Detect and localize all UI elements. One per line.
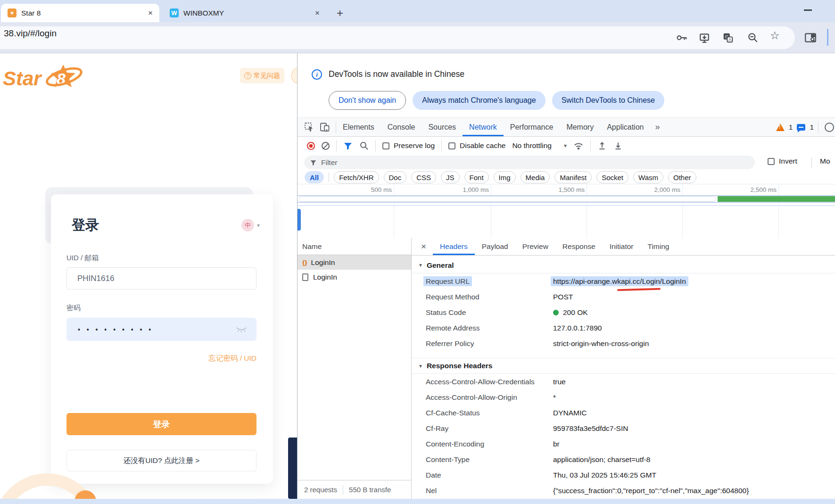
chip-font[interactable]: Font <box>464 171 489 183</box>
bookmark-star-icon[interactable]: ☆ <box>770 29 781 41</box>
switch-to-chinese-button[interactable]: Switch DevTools to Chinese <box>552 91 664 110</box>
install-app-icon[interactable] <box>699 32 710 43</box>
floating-sidebar-widget <box>288 438 297 499</box>
filter-input[interactable]: Filter <box>304 156 755 169</box>
request-row-loginin-2[interactable]: LoginIn <box>298 270 411 284</box>
warning-icon[interactable] <box>776 124 785 131</box>
close-tab-icon[interactable]: × <box>315 8 320 18</box>
tab-response[interactable]: Response <box>555 238 603 255</box>
minimize-window-button[interactable] <box>804 9 812 11</box>
chip-socket[interactable]: Socket <box>596 171 628 183</box>
header-label: Request URL <box>423 276 472 286</box>
devtools-language-banner: i DevTools is now available in Chinese D… <box>298 53 835 118</box>
disable-cache-checkbox[interactable]: Disable cache <box>448 141 505 150</box>
faq-button[interactable]: ? 常见问题 <box>240 68 284 83</box>
request-detail-pane: × Headers Payload Preview Response Initi… <box>412 238 835 499</box>
password-key-icon[interactable] <box>676 32 687 43</box>
invert-checkbox[interactable]: Invert <box>768 157 797 165</box>
login-submit-button[interactable]: 登录 <box>66 413 256 435</box>
network-conditions-icon[interactable] <box>573 141 584 150</box>
close-detail-icon[interactable]: × <box>412 238 433 255</box>
chip-js[interactable]: JS <box>441 171 460 183</box>
close-tab-icon[interactable]: × <box>148 8 153 18</box>
chip-css[interactable]: CSS <box>411 171 436 183</box>
match-language-button[interactable]: Always match Chrome's language <box>413 91 545 110</box>
chip-img[interactable]: Img <box>494 171 516 183</box>
uid-input[interactable] <box>66 267 256 289</box>
detail-tab-strip: × Headers Payload Preview Response Initi… <box>412 238 835 256</box>
tab-timing[interactable]: Timing <box>641 238 677 255</box>
chip-fetch-xhr[interactable]: Fetch/XHR <box>334 171 379 183</box>
translate-icon[interactable]: GA <box>722 32 734 43</box>
url-text[interactable]: 38.vip/#/login <box>4 28 57 39</box>
register-button[interactable]: 还没有UID? 点此注册 > <box>66 450 256 471</box>
tick-label: 1,500 ms <box>528 186 585 193</box>
settings-gear-icon[interactable] <box>825 123 834 132</box>
new-tab-button[interactable]: + <box>337 4 343 22</box>
export-har-icon[interactable] <box>613 141 623 150</box>
chip-manifest[interactable]: Manifest <box>554 171 592 183</box>
tab-network[interactable]: Network <box>463 118 504 136</box>
side-panel-icon[interactable] <box>804 32 816 43</box>
tab-elements[interactable]: Elements <box>336 118 381 136</box>
tab-headers[interactable]: Headers <box>433 238 475 255</box>
status-ok-dot-icon <box>553 310 559 315</box>
header-value: POST <box>553 293 573 301</box>
forgot-password-link[interactable]: 忘记密码 / UID <box>208 354 256 364</box>
name-column-header[interactable]: Name <box>298 238 411 255</box>
more-tabs-icon[interactable]: » <box>650 118 664 136</box>
header-value: true <box>553 378 566 386</box>
throttling-dropdown[interactable]: No throttling ▾ <box>512 141 567 150</box>
tab-memory[interactable]: Memory <box>560 118 600 136</box>
filter-funnel-icon[interactable] <box>343 141 353 150</box>
tab-initiator[interactable]: Initiator <box>603 238 641 255</box>
login-title: 登录 <box>72 216 99 235</box>
chip-other[interactable]: Other <box>668 171 696 183</box>
chip-doc[interactable]: Doc <box>384 171 407 183</box>
tick-label: 2,000 ms <box>624 186 680 193</box>
eye-closed-icon[interactable] <box>236 326 247 333</box>
tab-sources[interactable]: Sources <box>422 118 463 136</box>
device-toolbar-icon[interactable] <box>320 122 330 132</box>
request-row-loginin-1[interactable]: {} LoginIn <box>298 255 411 270</box>
zoom-out-icon[interactable] <box>747 32 759 43</box>
tab-console[interactable]: Console <box>381 118 422 136</box>
browser-tab-winboxmy[interactable]: W WINBOXMY × <box>163 4 326 22</box>
search-icon[interactable] <box>359 141 369 150</box>
tab-application[interactable]: Application <box>600 118 650 136</box>
checkbox-icon[interactable] <box>448 142 455 149</box>
inspect-element-icon[interactable] <box>304 122 314 132</box>
tab-performance[interactable]: Performance <box>504 118 560 136</box>
checkbox-icon[interactable] <box>382 142 389 149</box>
request-type-chips: All Fetch/XHR Doc CSS JS Font Img Media … <box>298 171 835 184</box>
chip-wasm[interactable]: Wasm <box>633 171 663 183</box>
svg-text:A: A <box>728 37 731 42</box>
chip-media[interactable]: Media <box>521 171 550 183</box>
checkbox-icon[interactable] <box>768 158 775 165</box>
header-value: 200 OK <box>563 308 588 316</box>
response-headers-section-header[interactable]: ▼ Response Headers <box>412 358 835 374</box>
tab-preview[interactable]: Preview <box>515 238 555 255</box>
winboxmy-favicon-icon: W <box>170 8 179 17</box>
dont-show-again-button[interactable]: Don't show again <box>329 91 406 110</box>
question-icon: ? <box>244 72 251 79</box>
preserve-log-checkbox[interactable]: Preserve log <box>382 141 435 150</box>
browser-tab-star8[interactable]: ★ Star 8 × <box>1 4 159 22</box>
header-row: Cf-Cache-Status DYNAMIC <box>412 405 835 421</box>
import-har-icon[interactable] <box>597 141 607 150</box>
header-label: Referrer Policy <box>412 339 553 348</box>
header-value: {"success_fraction":0,"report_to":"cf-ne… <box>553 487 749 495</box>
record-button[interactable] <box>307 142 315 150</box>
tick-label: 500 ms <box>335 186 392 193</box>
header-row: Request Method POST <box>412 289 835 305</box>
clear-icon[interactable] <box>322 142 330 150</box>
more-filters-button[interactable]: Mo <box>820 157 835 165</box>
overview-handle[interactable] <box>297 209 301 231</box>
general-section-header[interactable]: ▼ General <box>412 257 835 273</box>
issues-message-icon[interactable] <box>797 124 805 131</box>
chip-all[interactable]: All <box>305 171 324 183</box>
tab-payload[interactable]: Payload <box>475 238 515 255</box>
language-selector[interactable]: 中 ▾ <box>241 219 260 231</box>
header-row: Referrer Policy strict-origin-when-cross… <box>412 336 835 351</box>
password-input[interactable]: • • • • • • • • • <box>66 318 256 341</box>
